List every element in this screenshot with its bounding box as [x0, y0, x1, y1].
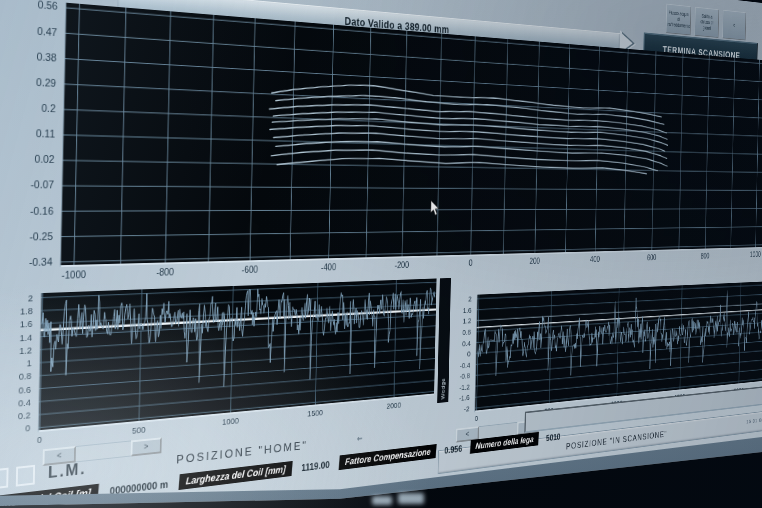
signal-line: [273, 108, 667, 139]
mini-button-1[interactable]: Flusso acqua di raffreddamento: [666, 4, 691, 36]
wedge-strip: Wedge: [437, 278, 451, 403]
x-tick-label: 1000: [742, 250, 762, 259]
y-tick-label: 0.4: [4, 397, 31, 410]
grid-line: [475, 350, 762, 376]
x-tick-label: -400: [308, 261, 349, 273]
x-tick-label: -600: [228, 263, 272, 275]
lm-label: L.M.: [48, 459, 87, 483]
y-tick-label: -0.34: [7, 256, 53, 269]
y-tick-label: 0.02: [9, 153, 54, 166]
y-tick-label: 1.2: [5, 344, 32, 356]
x-tick-label: 800: [691, 251, 719, 260]
y-tick-label: 1.8: [6, 305, 33, 317]
y-tick-label: -0.16: [8, 205, 54, 217]
x-tick-label: -200: [383, 259, 421, 270]
y-tick-label: -1.6: [454, 393, 470, 403]
y-tick-label: 2: [456, 294, 472, 304]
x-tick-label: -800: [141, 266, 188, 279]
mini-button-3[interactable]: e: [722, 10, 746, 41]
y-tick-label: 0.29: [11, 75, 56, 89]
field-value-4: 5010: [546, 431, 560, 442]
mouse-cursor: [430, 200, 440, 216]
y-tick-label: -0.07: [9, 179, 55, 191]
grid-line: [475, 340, 762, 364]
signal-line: [40, 282, 435, 401]
scan-status-text: POSIZIONE "IN SCANSIONE": [566, 429, 667, 451]
y-tick-label: 0.2: [10, 101, 55, 115]
x-tick-label: 600: [637, 252, 667, 262]
x-tick-label: 200: [518, 256, 552, 266]
x-tick-label: -1000: [48, 268, 99, 281]
x-tick-label: 0: [452, 257, 488, 268]
grid-line: [60, 227, 762, 237]
app-window: Flusso acqua di raffreddamentoSalita a c…: [0, 0, 762, 508]
y-tick-label: 1: [5, 357, 32, 370]
x-tick-label: 1500: [294, 406, 335, 420]
y-tick-label: -1.2: [454, 382, 470, 392]
y-tick-label: 0.8: [5, 370, 32, 383]
y-tick-label: 0.47: [12, 23, 57, 38]
y-tick-label: 0.11: [10, 127, 55, 140]
y-tick-label: 0.4: [455, 338, 471, 348]
grid-line: [39, 359, 435, 389]
x-tick-label: 2000: [374, 399, 413, 412]
y-tick-label: 0: [455, 349, 471, 359]
double-arrow-icon: ⇐: [357, 434, 363, 443]
y-tick-label: 0.2: [4, 410, 31, 423]
y-tick-label: -0.4: [455, 360, 471, 370]
y-tick-label: 0.56: [12, 0, 57, 12]
field-value-3: 0.956: [444, 443, 462, 455]
grid-line: [61, 209, 762, 212]
field-value-1: 000000000 m: [110, 478, 169, 496]
grid-line: [39, 348, 435, 376]
x-tick-label: 1000: [208, 414, 253, 428]
lm-checkbox-1[interactable]: [0, 468, 9, 490]
y-tick-label: 0.38: [11, 49, 56, 64]
lm-checkbox-2[interactable]: [16, 465, 35, 487]
y-tick-label: 0: [3, 423, 30, 436]
y-tick-label: 1.6: [6, 318, 33, 330]
y-tick-label: 0.8: [455, 327, 471, 337]
y-tick-label: 0.6: [4, 383, 31, 396]
signal-line: [269, 100, 667, 133]
x-tick-label: 500: [114, 422, 162, 437]
y-tick-label: 1.6: [456, 305, 472, 315]
wedge-label: Wedge: [440, 378, 446, 400]
y-tick-label: -0.25: [8, 230, 54, 242]
y-tick-label: 1.4: [5, 331, 32, 343]
monitor-photo: Flusso acqua di raffreddamentoSalita a c…: [0, 0, 762, 508]
date-stamp: 16 01 06: [746, 417, 762, 425]
signal-line: [477, 288, 762, 385]
field-value-2: 1119.00: [301, 459, 330, 473]
y-tick-label: -0.8: [455, 371, 471, 381]
y-tick-label: 1.2: [456, 316, 472, 326]
y-tick-label: -2: [454, 404, 470, 414]
x-tick-label: 400: [579, 254, 611, 264]
y-tick-label: 2: [6, 292, 33, 304]
grid-line: [476, 312, 762, 331]
mini-button-2[interactable]: Salita a chiusa di giorni: [695, 7, 719, 38]
